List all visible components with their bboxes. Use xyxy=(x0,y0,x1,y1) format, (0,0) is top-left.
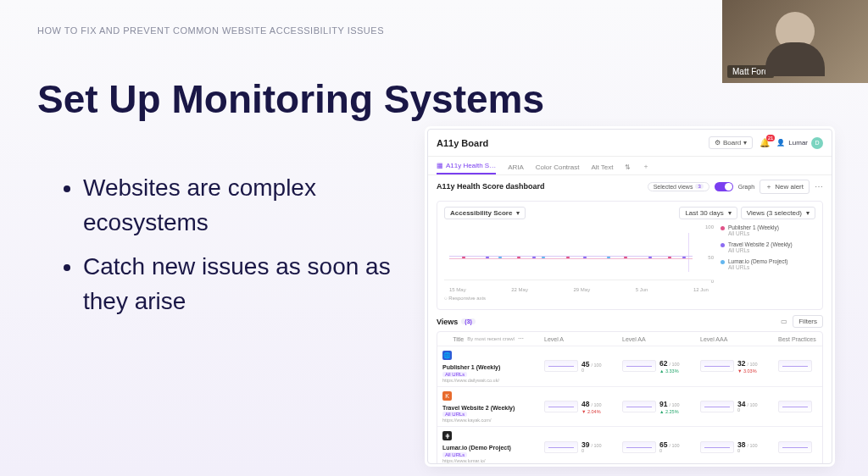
cell-level-a: 39 / 1000 xyxy=(539,427,617,464)
tab-aria[interactable]: ARIA xyxy=(508,163,524,174)
project-url: https://www.lumar.io/ xyxy=(442,458,534,463)
legend-name: Lumar.io (Demo Project) xyxy=(728,258,787,264)
graph-toggle[interactable] xyxy=(715,182,733,191)
x-axis xyxy=(444,280,714,280)
gear-icon: ⚙ xyxy=(715,139,721,147)
sparkline xyxy=(622,441,656,453)
table-row[interactable]: ⋕ Lumar.io (Demo Project)All URLshttps:/… xyxy=(437,427,822,464)
legend-sub: All URLs xyxy=(728,264,787,270)
sparkline xyxy=(778,441,812,453)
more-icon[interactable]: ⋯ xyxy=(815,182,823,191)
project-tag: All URLs xyxy=(442,452,467,457)
dashboard-subheader: A11y Health Score dashboard Selected vie… xyxy=(428,175,832,197)
tab-a11y-health[interactable]: ▦A11y Health S… xyxy=(437,162,496,174)
user-menu[interactable]: 👤 Lumar D xyxy=(776,137,823,149)
col-title[interactable]: Title By most recent crawl ⋯ xyxy=(437,332,539,346)
ytick: 100 xyxy=(705,224,714,230)
legend-swatch xyxy=(721,226,725,230)
responsive-axis-label: ○ Responsive axis xyxy=(444,296,815,301)
chevron-down-icon: ▾ xyxy=(806,209,810,217)
board-tabs: ▦A11y Health S… ARIA Color Contrast Alt … xyxy=(428,157,832,175)
chart-panel: Accessibility Score ▾ Last 30 days ▾ Vie… xyxy=(437,201,823,310)
xtick: 29 May xyxy=(573,287,590,292)
project-tag: All URLs xyxy=(442,412,467,417)
xtick: 12 Jun xyxy=(693,287,709,292)
sort-label: By most recent crawl xyxy=(467,336,515,341)
new-alert-button[interactable]: ＋ New alert xyxy=(760,180,810,194)
views-select-label: Views (3 selected) xyxy=(747,209,802,217)
range-label: Last 30 days xyxy=(685,209,723,217)
views-table: Title By most recent crawl ⋯ Level A Lev… xyxy=(437,331,823,464)
cell-level-aa: 65 / 1000 xyxy=(617,427,695,464)
filters-button[interactable]: Filters xyxy=(793,315,823,328)
project-icon: 🌐 xyxy=(442,351,452,360)
tab-color-contrast[interactable]: Color Contrast xyxy=(536,163,580,174)
bullet-item: Catch new issues as soon as they arise xyxy=(83,250,405,318)
chart-guide xyxy=(688,233,689,272)
user-icon: 👤 xyxy=(776,139,785,147)
legend-item: Travel Website 2 (Weekly)All URLs xyxy=(721,241,815,253)
project-tag: All URLs xyxy=(442,372,467,377)
chevron-down-icon: ▾ xyxy=(728,209,732,217)
project-icon: K xyxy=(442,391,452,401)
col-level-a[interactable]: Level A xyxy=(539,332,617,346)
notification-count: 21 xyxy=(766,135,776,141)
cell-level-aaa: 32 / 100▼ 3.03% xyxy=(695,346,773,386)
board-dropdown-label: Board xyxy=(723,139,741,147)
board-dropdown[interactable]: ⚙ Board ▾ xyxy=(709,136,753,149)
views-heading: Views (3) xyxy=(437,318,476,326)
legend-name: Publisher 1 (Weekly) xyxy=(728,224,779,230)
legend-item: Publisher 1 (Weekly)All URLs xyxy=(721,224,815,236)
range-select[interactable]: Last 30 days ▾ xyxy=(679,207,737,219)
legend-sub: All URLs xyxy=(728,247,793,253)
chip-label: Selected views xyxy=(654,184,693,190)
cell-level-aa: 62 / 100▲ 3.33% xyxy=(617,346,695,386)
legend-swatch xyxy=(721,260,725,264)
legend-name: Travel Website 2 (Weekly) xyxy=(728,241,793,247)
notifications-button[interactable]: 🔔21 xyxy=(760,138,770,147)
dashboard-subtitle: A11y Health Score dashboard xyxy=(437,182,545,191)
bullet-item: Websites are complex ecosystems xyxy=(83,171,405,240)
col-level-aaa[interactable]: Level AAA xyxy=(695,332,773,346)
grid-icon: ▦ xyxy=(437,162,443,169)
user-name: Lumar xyxy=(788,139,808,147)
tab-add-icon[interactable]: ＋ xyxy=(643,162,649,174)
legend-swatch xyxy=(721,243,725,247)
col-best-practices[interactable]: Best Practices xyxy=(773,332,823,346)
sparkline xyxy=(700,360,734,372)
sparkline xyxy=(544,441,578,453)
cell-title: ⋕ Lumar.io (Demo Project)All URLshttps:/… xyxy=(437,427,539,464)
chevron-down-icon: ▾ xyxy=(516,209,520,217)
legend-item: Lumar.io (Demo Project)All URLs xyxy=(721,258,815,270)
tab-reorder-icon[interactable]: ⇅ xyxy=(625,163,631,174)
table-row[interactable]: K Travel Website 2 (Weekly)All URLshttps… xyxy=(437,387,822,428)
xtick: 22 May xyxy=(511,287,528,292)
table-header-row: Title By most recent crawl ⋯ Level A Lev… xyxy=(437,332,822,346)
xtick: 5 Jun xyxy=(636,287,648,292)
layout-icon[interactable]: ▭ xyxy=(781,318,787,325)
cell-level-aaa: 34 / 1000 xyxy=(695,387,773,427)
tab-alt-text[interactable]: Alt Text xyxy=(591,163,613,174)
chip-count: 3 xyxy=(695,184,703,189)
sparkline xyxy=(622,401,656,412)
more-icon[interactable]: ⋯ xyxy=(518,335,524,342)
cell-title: 🌐 Publisher 1 (Weekly)All URLshttps://ww… xyxy=(437,346,539,386)
cell-best-practices xyxy=(773,387,823,427)
chart-legend: Publisher 1 (Weekly)All URLs Travel Webs… xyxy=(721,224,815,292)
filters-label: Filters xyxy=(798,318,817,325)
cell-level-aaa: 38 / 1000 xyxy=(695,427,773,464)
dashboard-screenshot: A11y Board ⚙ Board ▾ 🔔21 👤 Lumar D ▦A11y… xyxy=(427,129,832,464)
avatar: D xyxy=(811,137,823,149)
metric-select[interactable]: Accessibility Score ▾ xyxy=(444,207,526,219)
views-select[interactable]: Views (3 selected) ▾ xyxy=(741,207,815,219)
board-title: A11y Board xyxy=(437,138,488,148)
table-row[interactable]: 🌐 Publisher 1 (Weekly)All URLshttps://ww… xyxy=(437,346,822,387)
sparkline xyxy=(700,441,734,453)
sparkline xyxy=(544,360,578,372)
line-chart[interactable]: 100 50 0 15 May 22 May 29 May xyxy=(444,224,714,292)
selected-views-chip[interactable]: Selected views 3 xyxy=(648,182,709,191)
views-count: (3) xyxy=(461,318,476,324)
new-alert-label: New alert xyxy=(775,183,804,191)
col-level-aa[interactable]: Level AA xyxy=(617,332,695,346)
presenter-name: Matt Ford xyxy=(727,65,774,78)
